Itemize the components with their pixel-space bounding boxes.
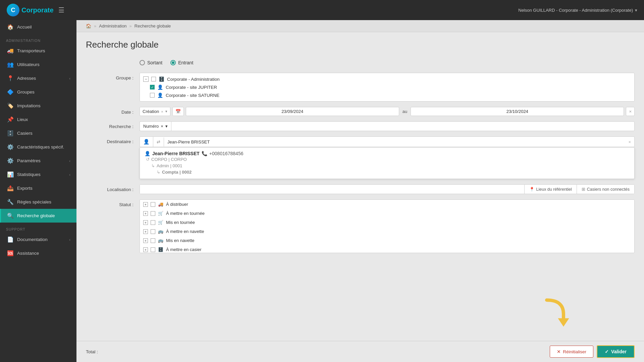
- localisation-input[interactable]: [140, 185, 524, 194]
- dest-person-icon[interactable]: 👤: [140, 137, 153, 147]
- sidebar-label-casiers: Casiers: [17, 131, 33, 136]
- sidebar-item-documentation[interactable]: 📄 Documentation ‹: [0, 233, 76, 246]
- statut-label-4: Mis en navette: [166, 238, 195, 243]
- stats-chevron: ‹: [69, 173, 70, 177]
- address-icon: 📍: [7, 75, 14, 81]
- statut-plus-1[interactable]: +: [143, 211, 148, 216]
- statut-check-3[interactable]: [151, 229, 155, 234]
- sidebar-item-parametres[interactable]: ⚙️ Paramètres ‹: [0, 154, 76, 168]
- date-from-value[interactable]: 23/09/2024: [186, 107, 399, 116]
- regles-icon: 🔧: [7, 199, 14, 205]
- sidebar-item-lieux[interactable]: 📌 Lieux: [0, 113, 76, 126]
- radio-entrant[interactable]: Entrant: [170, 60, 193, 65]
- statut-check-0[interactable]: [151, 202, 155, 207]
- hamburger-menu[interactable]: ☰: [58, 6, 64, 14]
- statut-icon-5: 🗄️: [158, 247, 163, 252]
- map-pin-icon: 📍: [529, 187, 535, 192]
- groupe-icon-2: 👤: [157, 93, 163, 98]
- sidebar-item-exports[interactable]: 📤 Exports: [0, 181, 76, 195]
- valider-button[interactable]: ✓ Valider: [597, 345, 635, 358]
- statut-item-5: + 🗄️ À mettre en casier: [140, 245, 634, 253]
- localisation-btn-casiers[interactable]: ⊞ Casiers non connectés: [577, 185, 634, 194]
- statut-wrap: + 🚚 À distribuer + 🛒 À mettre en tournée: [140, 199, 635, 253]
- sidebar-item-imputations[interactable]: 🏷️ Imputations: [0, 99, 76, 113]
- user-info-text: Nelson GUILLARD - Corporate - Administra…: [518, 8, 633, 13]
- date-calendar-btn[interactable]: 📅: [172, 107, 184, 116]
- sidebar-item-assistance[interactable]: 🆘 Assistance: [0, 246, 76, 260]
- sidebar-item-casiers[interactable]: 🗄️ Casiers: [0, 126, 76, 140]
- groupe-check-1[interactable]: [150, 85, 155, 89]
- sidebar-item-statistiques[interactable]: 📊 Statistiques ‹: [0, 168, 76, 181]
- sidebar-label-parametres: Paramètres: [17, 158, 41, 163]
- sidebar-item-recherche[interactable]: 🔍 Recherche globale: [0, 209, 76, 223]
- search-type-arrow: ▾: [165, 124, 168, 129]
- sidebar-label-adresses: Adresses: [17, 76, 36, 81]
- groupe-wrap: − 🗄️ Corporate - Administration 👤 Corpor…: [140, 73, 635, 102]
- statut-check-5[interactable]: [151, 247, 155, 252]
- statut-plus-2[interactable]: +: [143, 220, 148, 225]
- breadcrumb-admin: Administration: [99, 23, 126, 28]
- casiers-grid-icon: ⊞: [582, 187, 585, 192]
- statut-check-4[interactable]: [151, 238, 155, 243]
- search-type-select[interactable]: Numéro × ▾: [140, 121, 171, 131]
- localisation-row: Localisation : 📍 Lieux du référentiel ⊞ …: [86, 184, 635, 194]
- statut-check-2[interactable]: [151, 220, 155, 225]
- valider-label: Valider: [611, 349, 627, 354]
- sidebar-item-accueil[interactable]: 🏠 Accueil: [0, 20, 76, 34]
- sidebar-label-utilisateurs: Utilisateurs: [17, 62, 40, 67]
- sidebar-item-transporteurs[interactable]: 🚚 Transporteurs: [0, 44, 76, 58]
- search-text-input[interactable]: [171, 121, 635, 131]
- groupe-check-0[interactable]: [151, 77, 156, 81]
- groupe-label-2: Corporate - site SATURNE: [166, 93, 219, 98]
- reinit-label: Réinitialiser: [563, 349, 586, 354]
- adresses-chevron: ‹: [69, 76, 70, 80]
- statut-label-1: À mettre en tournée: [166, 211, 205, 216]
- statut-label-2: Mis en tournée: [166, 220, 195, 225]
- breadcrumb-home-icon[interactable]: 🏠: [86, 23, 91, 28]
- date-type-select[interactable]: Création × ▾: [140, 107, 170, 116]
- logo[interactable]: C Corporate: [7, 4, 54, 16]
- statut-check-1[interactable]: [151, 211, 155, 216]
- date-clear-btn[interactable]: ×: [626, 107, 635, 116]
- recherche-wrap: Numéro × ▾: [140, 121, 635, 131]
- date-to-value[interactable]: 23/10/2024: [411, 107, 624, 116]
- sidebar-item-regles[interactable]: 🔧 Règles spéciales: [0, 195, 76, 209]
- dest-clear-btn[interactable]: ×: [625, 137, 634, 146]
- recherche-label: Recherche :: [86, 121, 140, 129]
- statut-plus-3[interactable]: +: [143, 229, 148, 234]
- groupe-minus-btn[interactable]: −: [143, 76, 149, 82]
- page-content-area: Recherche globale Sortant E: [76, 32, 644, 341]
- statut-item-1: + 🛒 À mettre en tournée: [140, 209, 634, 218]
- radio-sortant-label: Sortant: [147, 60, 162, 65]
- localisation-btn-ref-label: Lieux du référentiel: [536, 187, 572, 192]
- dropdown-phone: 📞: [202, 151, 207, 156]
- statut-plus-4[interactable]: +: [143, 238, 148, 243]
- localisation-btn-ref[interactable]: 📍 Lieux du référentiel: [524, 185, 577, 194]
- search-type-clear[interactable]: ×: [161, 124, 163, 129]
- groupe-check-2[interactable]: [150, 93, 155, 98]
- radio-entrant-label: Entrant: [178, 60, 193, 65]
- search-controls: Numéro × ▾: [140, 121, 635, 131]
- date-type-clear[interactable]: ×: [161, 110, 163, 114]
- main-layout: 🏠 Accueil Administration 🚚 Transporteurs…: [0, 20, 644, 362]
- statut-plus-0[interactable]: +: [143, 202, 148, 207]
- radio-sortant[interactable]: Sortant: [140, 60, 162, 65]
- user-menu[interactable]: Nelson GUILLARD - Corporate - Administra…: [518, 8, 637, 13]
- bottom-actions: ✕ Réinitialiser ✓ Valider: [550, 345, 635, 358]
- sidebar-item-groupes[interactable]: 🔷 Groupes: [0, 85, 76, 99]
- sidebar-item-caracteristiques[interactable]: ⚙️ Caractéristiques spécif.: [0, 140, 76, 154]
- topnav-left: C Corporate ☰: [7, 4, 64, 16]
- groupe-label-0: Corporate - Administration: [167, 77, 220, 82]
- statut-plus-5[interactable]: +: [143, 247, 148, 252]
- reinitialiser-button[interactable]: ✕ Réinitialiser: [550, 346, 593, 358]
- groupe-label-1: Corporate - site JUPITER: [166, 85, 217, 90]
- caract-icon: ⚙️: [7, 144, 14, 150]
- sidebar-item-utilisateurs[interactable]: 👥 Utilisateurs: [0, 58, 76, 71]
- destinataire-label: Destinataire :: [86, 136, 140, 144]
- statut-row: Statut : + 🚚 À distribuer +: [86, 199, 635, 253]
- date-row: Date : Création × ▾ 📅 23/09/2024 au 23/1…: [86, 107, 635, 116]
- sidebar-item-adresses[interactable]: 📍 Adresses ‹: [0, 71, 76, 85]
- truck-icon: 🚚: [7, 48, 14, 54]
- dest-switch-icon[interactable]: ⇄: [153, 137, 164, 146]
- statut-icon-4: 🚌: [158, 238, 163, 243]
